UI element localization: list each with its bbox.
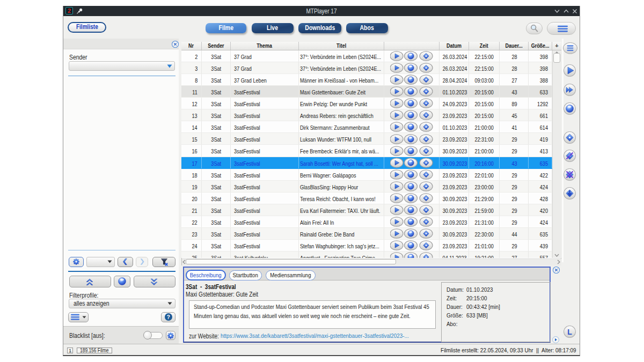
svg-text:L: L xyxy=(567,328,572,336)
